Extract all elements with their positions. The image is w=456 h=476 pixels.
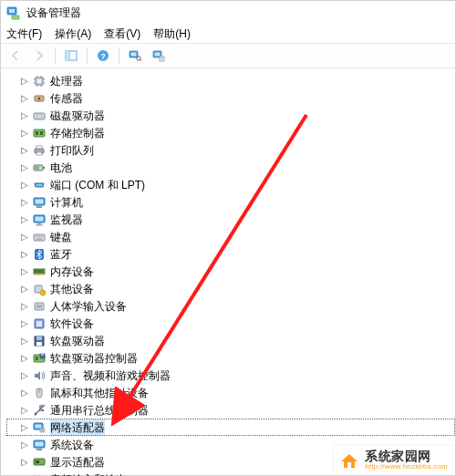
app-icon: [6, 5, 21, 20]
tree-node-label: 电池: [50, 160, 72, 176]
toolbar-help-button[interactable]: ?: [92, 46, 114, 66]
svg-line-11: [140, 60, 142, 62]
other-device-icon: !: [32, 282, 47, 296]
watermark-url: http://www.hnzkbbs.com: [365, 463, 448, 471]
expand-icon[interactable]: ▷: [19, 232, 30, 243]
tree-node-battery[interactable]: ▷ 电池: [6, 159, 455, 176]
display-adapter-icon: [32, 455, 47, 470]
svg-rect-36: [36, 146, 42, 149]
tree-node-label: 通用串行总线控制器: [50, 402, 149, 419]
tree-node-label: 音频输入和输出: [50, 471, 127, 477]
expand-icon[interactable]: ▷: [19, 145, 30, 156]
expand-icon[interactable]: ▷: [19, 318, 30, 329]
tree-node-floppy-controller[interactable]: ▷ 软盘驱动器控制器: [6, 349, 455, 367]
expand-icon[interactable]: ▷: [19, 76, 30, 87]
svg-rect-74: [36, 305, 42, 308]
expand-icon[interactable]: ▷: [19, 301, 30, 312]
expand-icon[interactable]: ▷: [19, 162, 30, 173]
tree-node-software-devices[interactable]: ▷ 软件设备: [6, 315, 455, 332]
sound-video-icon: [32, 368, 47, 383]
menu-action[interactable]: 操作(A): [55, 26, 91, 42]
svg-rect-2: [12, 16, 19, 19]
tree-node-label: 端口 (COM 和 LPT): [50, 177, 145, 193]
toolbar-scan-button[interactable]: [124, 46, 146, 66]
svg-rect-62: [39, 270, 41, 273]
svg-rect-76: [36, 321, 42, 326]
tree-node-print-queue[interactable]: ▷ 打印队列: [6, 141, 455, 159]
svg-rect-60: [35, 270, 36, 273]
expand-icon[interactable]: ▷: [19, 422, 30, 433]
tree-node-monitor[interactable]: ▷ 监视器: [6, 211, 455, 228]
tree-node-label: 声音、视频和游戏控制器: [50, 367, 171, 384]
toolbar-divider: [55, 47, 56, 64]
tree-node-cpu[interactable]: ▷ 处理器: [6, 72, 455, 89]
svg-point-41: [36, 184, 37, 185]
svg-rect-37: [36, 152, 42, 155]
svg-rect-78: [36, 336, 42, 340]
floppy-drive-icon: [32, 334, 47, 348]
expand-icon[interactable]: ▷: [19, 370, 30, 381]
svg-rect-83: [41, 354, 44, 356]
svg-rect-54: [39, 235, 40, 236]
tree-node-hid[interactable]: ▷ 人体学输入设备: [6, 297, 455, 315]
svg-rect-1: [9, 9, 15, 13]
svg-text:?: ?: [100, 52, 106, 61]
bluetooth-icon: [32, 247, 47, 262]
expand-icon[interactable]: ▷: [19, 266, 30, 277]
tree-node-memory[interactable]: ▷ 内存设备: [6, 263, 455, 280]
expand-icon[interactable]: ▷: [19, 180, 30, 191]
tree-node-floppy-drive[interactable]: ▷ 软盘驱动器: [6, 332, 455, 349]
menu-file[interactable]: 文件(F): [6, 26, 42, 42]
menu-help[interactable]: 帮助(H): [153, 26, 191, 42]
expand-icon[interactable]: ▷: [19, 214, 30, 225]
menu-view[interactable]: 查看(V): [104, 26, 140, 42]
toolbar-back-button[interactable]: [5, 46, 26, 66]
tree-node-label: 软件设备: [50, 316, 94, 332]
toolbar-forward-button[interactable]: [28, 46, 50, 66]
tree-node-label: 鼠标和其他指针设备: [50, 385, 149, 401]
toolbar-show-pane-button[interactable]: [60, 46, 82, 66]
tree-node-disk[interactable]: ▷ 磁盘驱动器: [6, 107, 455, 124]
tree-node-ports[interactable]: ▷ 端口 (COM 和 LPT): [6, 176, 455, 193]
tree-node-mouse[interactable]: ▷ 鼠标和其他指针设备: [6, 384, 455, 401]
window-title: 设备管理器: [26, 5, 81, 21]
tree-node-label: 键盘: [50, 229, 72, 245]
svg-rect-39: [43, 167, 45, 169]
tree-node-label: 内存设备: [50, 264, 94, 280]
expand-icon[interactable]: ▷: [19, 284, 30, 295]
expand-icon[interactable]: ▷: [19, 110, 30, 121]
tree-node-sound-video[interactable]: ▷ 声音、视频和游戏控制器: [6, 367, 455, 384]
svg-rect-63: [42, 270, 44, 273]
expand-icon[interactable]: ▷: [19, 93, 30, 104]
svg-rect-61: [37, 270, 39, 273]
tree-node-bluetooth[interactable]: ▷ 蓝牙: [6, 245, 455, 263]
tree-node-usb-controller[interactable]: ▷ 通用串行总线控制器: [6, 401, 455, 419]
expand-icon[interactable]: ▷: [19, 249, 30, 260]
expand-icon[interactable]: ▷: [19, 457, 30, 468]
toolbar-properties-button[interactable]: [148, 46, 170, 66]
svg-rect-53: [37, 235, 38, 236]
tree-node-storage-controller[interactable]: ▷ 存储控制器: [6, 124, 455, 141]
expand-icon[interactable]: ▷: [19, 128, 30, 139]
tree-node-label: 蓝牙: [50, 246, 72, 263]
svg-point-28: [38, 97, 41, 99]
expand-icon[interactable]: ▷: [19, 353, 30, 364]
tree-node-other-devices[interactable]: ▷ ! 其他设备: [6, 280, 455, 297]
device-tree[interactable]: ▷ 处理器 ▷ 传感器 ▷ 磁盘驱动器 ▷ 存储控制器: [1, 68, 455, 476]
expand-icon[interactable]: ▷: [19, 336, 30, 347]
memory-icon: [32, 264, 47, 279]
expand-icon[interactable]: ▷: [19, 405, 30, 416]
svg-rect-14: [160, 57, 164, 61]
svg-rect-81: [36, 357, 38, 360]
svg-point-31: [38, 115, 39, 116]
toolbar-divider: [87, 47, 88, 64]
tree-node-network-adapter[interactable]: ▷ 网络适配器: [6, 419, 455, 436]
svg-rect-46: [36, 206, 42, 208]
expand-icon[interactable]: ▷: [19, 388, 30, 398]
expand-icon[interactable]: ▷: [19, 440, 30, 450]
tree-node-sensor[interactable]: ▷ 传感器: [6, 89, 455, 107]
tree-node-computer[interactable]: ▷ 计算机: [6, 193, 455, 211]
svg-rect-18: [37, 79, 41, 83]
tree-node-keyboard[interactable]: ▷ 键盘: [6, 228, 455, 245]
expand-icon[interactable]: ▷: [19, 197, 30, 208]
